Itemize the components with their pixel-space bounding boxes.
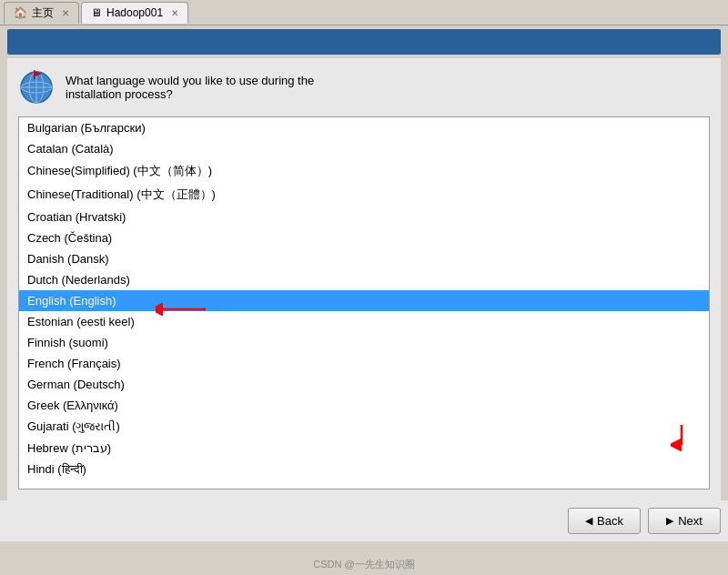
next-button[interactable]: ▶ Next xyxy=(648,508,721,534)
language-item[interactable]: Catalan (Català) xyxy=(19,138,709,159)
hadoop-tab-icon: 🖥 xyxy=(91,6,102,19)
tab-home[interactable]: 🏠 主页 ✕ xyxy=(4,2,79,24)
language-item[interactable]: Chinese(Traditional) (中文（正體）) xyxy=(19,183,709,207)
language-item[interactable]: Bulgarian (Български) xyxy=(19,117,709,138)
tab-hadoop-label: Hadoop001 xyxy=(106,6,163,19)
content-area: What language would you like to use duri… xyxy=(7,58,721,500)
language-list-container: Bulgarian (Български)Catalan (Català)Chi… xyxy=(18,116,710,489)
language-item[interactable]: German (Deutsch) xyxy=(19,374,709,395)
watermark: CSDN @一先生知识圈 xyxy=(313,558,414,571)
header-bar xyxy=(7,29,721,55)
bottom-bar: ◀ Back ▶ Next xyxy=(0,500,728,541)
tab-home-label: 主页 xyxy=(32,5,54,21)
back-button[interactable]: ◀ Back xyxy=(568,508,641,534)
tab-hadoop-close[interactable]: ✕ xyxy=(171,8,178,18)
language-item[interactable]: English (English) xyxy=(19,290,709,311)
language-item[interactable]: Hindi (हिन्दी) xyxy=(19,459,709,480)
next-label: Next xyxy=(678,514,703,528)
tab-hadoop[interactable]: 🖥 Hadoop001 ✕ xyxy=(81,2,188,24)
language-item[interactable]: Chinese(Simplified) (中文（简体）) xyxy=(19,159,709,183)
question-section: What language would you like to use duri… xyxy=(18,69,710,106)
language-item[interactable]: Estonian (eesti keel) xyxy=(19,311,709,332)
tab-bar: 🏠 主页 ✕ 🖥 Hadoop001 ✕ xyxy=(0,0,728,25)
language-item[interactable]: Hebrew (עברית) xyxy=(19,438,709,459)
next-icon: ▶ xyxy=(666,515,673,527)
language-item[interactable]: Croatian (Hrvatski) xyxy=(19,207,709,227)
language-item[interactable]: French (Français) xyxy=(19,353,709,374)
language-item[interactable]: Czech (Čeština) xyxy=(19,227,709,248)
language-item[interactable]: Greek (Ελληνικά) xyxy=(19,395,709,416)
language-list[interactable]: Bulgarian (Български)Catalan (Català)Chi… xyxy=(19,117,709,489)
tab-home-close[interactable]: ✕ xyxy=(62,8,69,18)
question-text: What language would you like to use duri… xyxy=(66,74,314,101)
globe-icon xyxy=(18,69,55,106)
language-item[interactable]: Finnish (suomi) xyxy=(19,332,709,353)
language-item[interactable]: Gujarati (ગુજરાતી) xyxy=(19,416,709,438)
home-icon: 🏠 xyxy=(14,6,27,19)
language-item[interactable]: Dutch (Nederlands) xyxy=(19,269,709,290)
language-item[interactable]: Danish (Dansk) xyxy=(19,248,709,269)
svg-rect-5 xyxy=(34,70,35,79)
back-label: Back xyxy=(597,514,623,528)
back-icon: ◀ xyxy=(585,515,592,527)
